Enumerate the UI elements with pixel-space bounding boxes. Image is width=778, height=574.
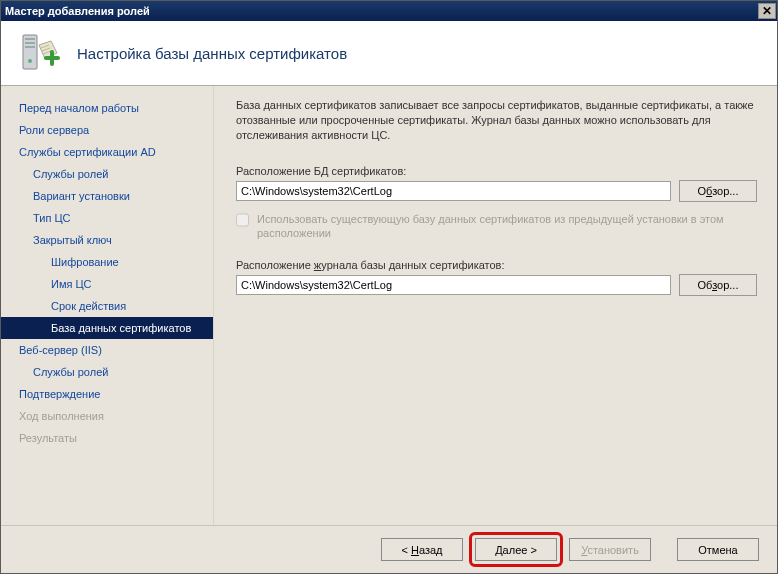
- nav-item-9[interactable]: Срок действия: [1, 295, 213, 317]
- log-location-input[interactable]: [236, 275, 671, 295]
- next-button-highlight: Далее >: [469, 532, 563, 567]
- nav-item-14: Ход выполнения: [1, 405, 213, 427]
- svg-rect-1: [25, 38, 35, 40]
- svg-rect-6: [50, 50, 54, 66]
- nav-item-0[interactable]: Перед началом работы: [1, 97, 213, 119]
- nav-item-3[interactable]: Службы ролей: [1, 163, 213, 185]
- svg-rect-0: [23, 35, 37, 69]
- nav-item-4[interactable]: Вариант установки: [1, 185, 213, 207]
- log-location-row: Обзор...: [236, 274, 757, 296]
- description-text: База данных сертификатов записывает все …: [236, 98, 757, 143]
- reuse-checkbox-row: Использовать существующую базу данных се…: [236, 212, 757, 242]
- window-title: Мастер добавления ролей: [5, 5, 150, 17]
- svg-point-4: [28, 59, 32, 63]
- log-browse-button[interactable]: Обзор...: [679, 274, 757, 296]
- nav-item-12[interactable]: Службы ролей: [1, 361, 213, 383]
- back-button[interactable]: < Назад: [381, 538, 463, 561]
- titlebar: Мастер добавления ролей ✕: [1, 1, 777, 21]
- db-location-input[interactable]: [236, 181, 671, 201]
- next-button[interactable]: Далее >: [475, 538, 557, 561]
- content-panel: База данных сертификатов записывает все …: [214, 86, 777, 525]
- db-location-label: Расположение БД сертификатов:: [236, 165, 757, 177]
- body-area: Перед началом работыРоли сервераСлужбы с…: [1, 86, 777, 525]
- nav-item-13[interactable]: Подтверждение: [1, 383, 213, 405]
- close-icon: ✕: [762, 4, 772, 18]
- svg-rect-3: [25, 46, 35, 48]
- cancel-button[interactable]: Отмена: [677, 538, 759, 561]
- nav-item-8[interactable]: Имя ЦС: [1, 273, 213, 295]
- server-role-icon: [19, 31, 63, 75]
- log-location-label: Расположение журнала базы данных сертифи…: [236, 259, 757, 271]
- page-title: Настройка базы данных сертификатов: [77, 45, 347, 62]
- nav-item-1[interactable]: Роли сервера: [1, 119, 213, 141]
- nav-item-15: Результаты: [1, 427, 213, 449]
- reuse-checkbox: [236, 213, 249, 227]
- nav-item-10[interactable]: База данных сертификатов: [1, 317, 213, 339]
- nav-item-2[interactable]: Службы сертификации AD: [1, 141, 213, 163]
- footer-buttons: < Назад Далее > Установить Отмена: [1, 525, 777, 573]
- nav-item-11[interactable]: Веб-сервер (IIS): [1, 339, 213, 361]
- install-button: Установить: [569, 538, 651, 561]
- svg-rect-2: [25, 42, 35, 44]
- close-button[interactable]: ✕: [758, 3, 776, 19]
- wizard-window: Мастер добавления ролей ✕ Настройка базы…: [0, 0, 778, 574]
- nav-item-7[interactable]: Шифрование: [1, 251, 213, 273]
- reuse-checkbox-label: Использовать существующую базу данных се…: [257, 212, 757, 242]
- db-location-row: Обзор...: [236, 180, 757, 202]
- db-browse-button[interactable]: Обзор...: [679, 180, 757, 202]
- nav-item-6[interactable]: Закрытый ключ: [1, 229, 213, 251]
- sidebar-nav: Перед началом работыРоли сервераСлужбы с…: [1, 86, 214, 525]
- wizard-header: Настройка базы данных сертификатов: [1, 21, 777, 86]
- nav-item-5[interactable]: Тип ЦС: [1, 207, 213, 229]
